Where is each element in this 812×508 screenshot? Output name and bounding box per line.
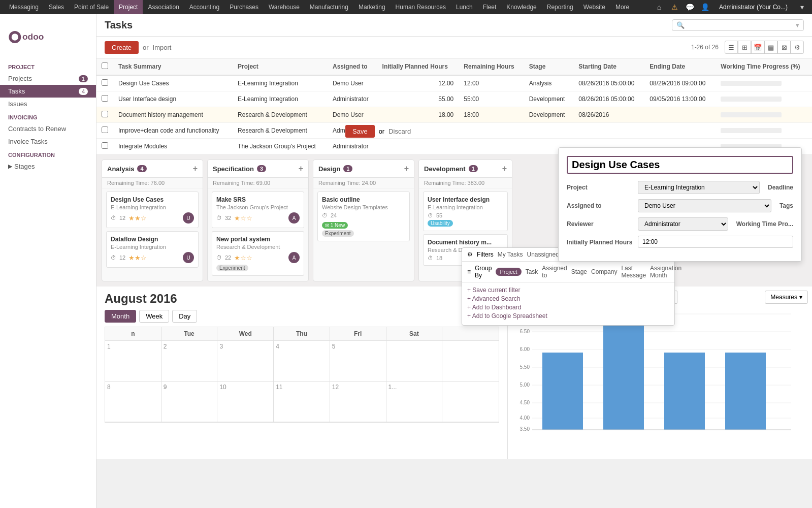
import-link[interactable]: Import <box>153 44 172 51</box>
sidebar-item-projects[interactable]: Projects 1 <box>0 72 96 85</box>
create-button[interactable]: Create <box>105 41 139 54</box>
nav-sales[interactable]: Sales <box>44 0 69 14</box>
card-sub: E-Learning Integration <box>111 244 194 250</box>
assigned-filter[interactable]: Assigned to <box>542 265 567 279</box>
assigned-select[interactable]: Demo User <box>638 199 771 212</box>
kanban-col-header-spec: Specification 3 + <box>208 160 308 178</box>
nav-lunch[interactable]: Lunch <box>451 0 478 14</box>
nav-knowledge[interactable]: Knowledge <box>501 0 541 14</box>
task-start: 08/26/2016 <box>573 107 644 123</box>
row-checkbox[interactable] <box>102 142 108 149</box>
calendar-view-btn[interactable]: 📅 <box>751 41 764 54</box>
row-checkbox[interactable] <box>102 111 108 117</box>
col-checkbox[interactable] <box>96 58 113 75</box>
task-name: Integrate Modules <box>113 139 233 154</box>
card-title: Dataflow Design <box>111 236 194 243</box>
sidebar-item-issues[interactable]: Issues <box>0 98 96 110</box>
nav-website[interactable]: Website <box>578 0 610 14</box>
table-row[interactable]: Improve+clean code and functionality Res… <box>96 123 812 139</box>
my-tasks-link[interactable]: My Tasks <box>498 251 523 258</box>
cal-cell: 5 <box>330 341 386 381</box>
warning-icon[interactable]: ⚠ <box>668 1 680 13</box>
day-view-btn[interactable]: Day <box>172 310 197 323</box>
last-message-filter[interactable]: Last Message <box>621 265 646 279</box>
project-select[interactable]: E-Learning Integration <box>638 181 760 194</box>
nav-project[interactable]: Project <box>114 0 143 14</box>
discard-button[interactable]: Discard <box>388 128 411 135</box>
kanban-add-btn[interactable]: + <box>502 164 507 173</box>
select-all-checkbox[interactable] <box>102 62 108 69</box>
calendar-row-2: 8 9 10 11 12 1... <box>105 382 499 422</box>
stage-filter[interactable]: Stage <box>571 268 587 275</box>
kanban-card[interactable]: User Interface design E-Learning Integra… <box>423 192 508 231</box>
kanban-card[interactable]: Dataflow Design E-Learning Integration ⏱… <box>106 231 199 268</box>
kanban-card[interactable]: Design Use Cases E-Learning Integration … <box>106 192 199 228</box>
bar-2 <box>603 321 644 430</box>
cal-cell: 1... <box>386 382 443 422</box>
nav-reporting[interactable]: Reporting <box>542 0 578 14</box>
assignation-filter[interactable]: Assignation Month <box>650 265 681 279</box>
clock-icon: ⏱ <box>216 215 222 221</box>
add-spreadsheet-link[interactable]: + Add to Google Spreadsheet <box>467 312 669 320</box>
nav-human-resources[interactable]: Human Resources <box>391 0 451 14</box>
week-view-btn[interactable]: Week <box>139 310 169 323</box>
kanban-add-btn[interactable]: + <box>299 164 303 173</box>
row-checkbox[interactable] <box>102 126 108 133</box>
add-dashboard-link[interactable]: + Add to Dashboard <box>467 304 669 311</box>
dropdown-icon[interactable]: ▾ <box>796 21 799 29</box>
chevron-down-icon[interactable]: ▾ <box>796 1 808 13</box>
tags-label: Tags <box>779 199 793 209</box>
kanban-col-header-dev: Development 1 + <box>419 160 512 178</box>
nav-accounting[interactable]: Accounting <box>184 0 224 14</box>
pivot-view-btn[interactable]: ⊠ <box>777 41 791 54</box>
measures-button[interactable]: Measures ▾ <box>765 291 808 304</box>
kanban-view-btn[interactable]: ⊞ <box>738 41 751 54</box>
sidebar-item-invoice-tasks[interactable]: Invoice Tasks <box>0 135 96 148</box>
cal-day-fri: Fri <box>330 327 386 340</box>
settings-view-btn[interactable]: ⚙ <box>791 41 804 54</box>
search-input[interactable] <box>687 22 796 29</box>
nav-more[interactable]: More <box>610 0 634 14</box>
planned-field-value <box>638 236 793 248</box>
table-row[interactable]: Design Use Cases E-Learning Integration … <box>96 75 812 91</box>
advanced-search-link[interactable]: + Advanced Search <box>467 295 669 302</box>
save-filter-link[interactable]: + Save current filter <box>467 287 669 294</box>
card-sub: E-Learning Integration <box>428 204 503 210</box>
nav-marketing[interactable]: Marketing <box>353 0 391 14</box>
nav-fleet[interactable]: Fleet <box>478 0 502 14</box>
sidebar-item-tasks[interactable]: Tasks 4 <box>0 85 96 98</box>
month-view-btn[interactable]: Month <box>105 310 136 323</box>
planned-input[interactable] <box>638 236 793 248</box>
unassigned-link[interactable]: Unassigned <box>527 251 559 258</box>
sidebar-item-stages[interactable]: ▶ Stages <box>0 160 96 173</box>
nav-purchases[interactable]: Purchases <box>224 0 264 14</box>
kanban-card[interactable]: Make SRS The Jackson Group's Project ⏱ 3… <box>212 192 304 228</box>
save-button[interactable]: Save <box>345 125 375 138</box>
detail-title-input[interactable] <box>567 156 793 174</box>
reviewer-select[interactable]: Administrator <box>638 217 728 231</box>
kanban-add-btn[interactable]: + <box>193 164 198 173</box>
kanban-card[interactable]: New portal system Research & Development… <box>212 231 304 276</box>
nav-manufacturing[interactable]: Manufacturing <box>305 0 353 14</box>
home-icon[interactable]: ⌂ <box>653 1 665 13</box>
task-filter[interactable]: Task <box>526 268 538 275</box>
row-checkbox[interactable] <box>102 95 108 102</box>
list-view-btn[interactable]: ☰ <box>725 41 738 54</box>
sidebar-item-contracts[interactable]: Contracts to Renew <box>0 122 96 135</box>
row-checkbox[interactable] <box>102 79 108 86</box>
filter-project-tag[interactable]: Project <box>496 268 521 276</box>
table-row[interactable]: User Interface design E-Learning Integra… <box>96 91 812 107</box>
kanban-add-btn[interactable]: + <box>404 164 409 173</box>
table-row-editing[interactable]: Document history management Research & D… <box>96 107 812 123</box>
nav-association[interactable]: Association <box>143 0 184 14</box>
nav-messaging[interactable]: Messaging <box>4 0 44 14</box>
chat-icon[interactable]: 💬 <box>684 1 696 13</box>
company-filter[interactable]: Company <box>591 268 617 275</box>
kanban-card[interactable]: Basic outline Website Design Templates ⏱… <box>317 192 410 241</box>
nav-warehouse[interactable]: Warehouse <box>264 0 305 14</box>
toolbar: Create or Import 1-26 of 26 ☰ ⊞ 📅 ▤ ⊠ ⚙ <box>96 37 812 58</box>
user-avatar[interactable]: 👤 <box>699 1 711 13</box>
gantt-view-btn[interactable]: ▤ <box>764 41 777 54</box>
user-menu[interactable]: Administrator (Your Co...) <box>714 0 793 14</box>
nav-point-of-sale[interactable]: Point of Sale <box>69 0 114 14</box>
